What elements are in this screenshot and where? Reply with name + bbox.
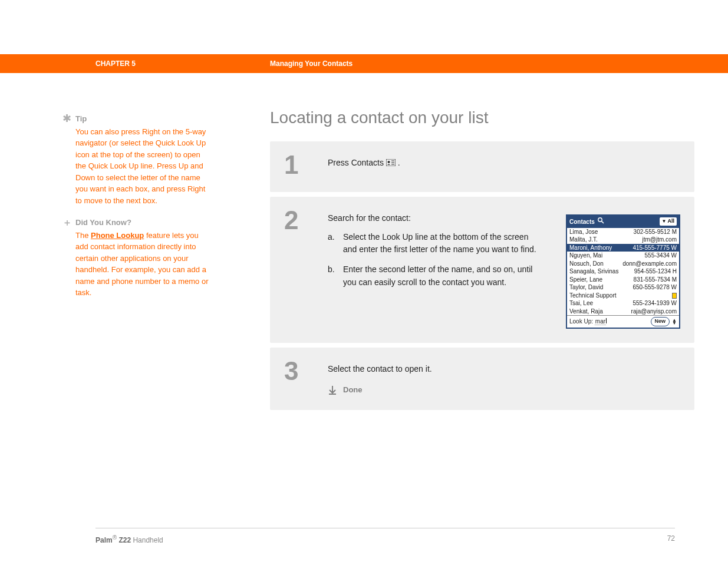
step-3: 3 Select the contact to open it. Done xyxy=(270,348,694,410)
contact-name: Speier, Lane xyxy=(569,276,602,284)
contact-name: Venkat, Raja xyxy=(569,308,603,316)
contacts-icon xyxy=(386,157,396,164)
dyk-pre: The xyxy=(75,231,91,240)
category-dropdown[interactable]: ▼ All xyxy=(660,217,677,226)
contact-name: Tsai, Lee xyxy=(569,299,593,308)
done-arrow-icon xyxy=(328,385,337,395)
step2-a-text: Select the Look Up line at the bottom of… xyxy=(343,231,542,256)
palm-list[interactable]: Lima, Jose302-555-9512 MMalita, J.T.jtm@… xyxy=(567,228,679,316)
done-row: Done xyxy=(328,384,680,396)
contact-name: Nguyen, Mai xyxy=(569,252,602,260)
step2-lead: Search for the contact: xyxy=(328,212,548,225)
contact-name: Technical Support xyxy=(569,292,617,300)
registered-icon: ® xyxy=(113,534,117,541)
step-content: Press Contacts . xyxy=(328,152,680,178)
step1-text-post: . xyxy=(398,158,400,167)
dyk-post: feature lets you add contact information… xyxy=(75,231,208,297)
contact-value: 650-555-9278 W xyxy=(633,283,677,292)
step3-text: Select the contact to open it. xyxy=(328,363,680,376)
letter-b: b. xyxy=(328,263,337,289)
contact-name: Maroni, Anthony xyxy=(569,244,612,252)
svg-point-5 xyxy=(598,218,602,222)
contact-value: 831-555-7534 M xyxy=(634,276,677,284)
palm-bottom-bar: Look Up: mar New ▲ ▼ xyxy=(567,315,679,328)
done-label: Done xyxy=(343,384,363,396)
palm-title: Contacts xyxy=(569,217,595,227)
main-content: Locating a contact on your list 1 Press … xyxy=(270,108,694,415)
svg-point-1 xyxy=(387,161,390,163)
dyk-block: ＋ Did You Know? The Phone Lookup feature… xyxy=(75,217,212,299)
contact-row[interactable]: Tsai, Lee555-234-1939 W xyxy=(567,299,679,308)
dyk-body: The Phone Lookup feature lets you add co… xyxy=(75,230,212,299)
contact-value: 954-555-1234 H xyxy=(634,267,677,276)
quick-lookup-icon[interactable] xyxy=(597,217,605,227)
contact-value: jtm@jtm.com xyxy=(643,236,677,244)
contact-row[interactable]: Sanagala, Srivinas954-555-1234 H xyxy=(567,267,679,276)
contact-name: Taylor, David xyxy=(569,283,603,292)
step-number: 1 xyxy=(284,152,311,178)
chevron-down-icon: ▼ xyxy=(662,218,667,225)
letter-a: a. xyxy=(328,231,337,256)
tip-title: Tip xyxy=(75,113,212,125)
step1-text-pre: Press Contacts xyxy=(328,158,386,167)
dropdown-value: All xyxy=(667,217,674,226)
contact-row[interactable]: Speier, Lane831-555-7534 M xyxy=(567,276,679,284)
contact-value: 415-555-7775 W xyxy=(633,244,677,252)
asterisk-icon: ✱ xyxy=(62,113,71,124)
contact-value: 302-555-9512 M xyxy=(634,228,677,236)
phone-lookup-link[interactable]: Phone Lookup xyxy=(91,231,144,240)
product-type: Handheld xyxy=(131,536,163,544)
contact-name: Sanagala, Srivinas xyxy=(569,267,618,276)
product-model: Z22 xyxy=(117,536,131,544)
contact-row[interactable]: Maroni, Anthony415-555-7775 W xyxy=(567,244,679,252)
page-number: 72 xyxy=(667,534,675,544)
contact-row[interactable]: Technical Support xyxy=(567,292,679,300)
chapter-label: CHAPTER 5 xyxy=(95,59,136,68)
step-1: 1 Press Contacts . xyxy=(270,141,694,192)
contact-row[interactable]: Taylor, David650-555-9278 W xyxy=(567,283,679,292)
contact-value: 555-234-1939 W xyxy=(633,299,677,308)
header-bar: CHAPTER 5 Managing Your Contacts xyxy=(0,54,728,73)
contact-name: Malita, J.T. xyxy=(569,236,598,244)
note-flag-icon xyxy=(672,293,677,299)
palm-screenshot: Contacts ▼ All Lima, Jose302-555-9512 MM… xyxy=(560,212,680,329)
step2-sublist: a. Select the Look Up line at the bottom… xyxy=(328,231,548,289)
contact-row[interactable]: Nosuch, Dondonn@example.com xyxy=(567,260,679,268)
contact-value: 555-3434 W xyxy=(645,252,677,260)
product-brand: Palm xyxy=(95,536,113,544)
contact-row[interactable]: Venkat, Rajaraja@anyisp.com xyxy=(567,308,679,316)
tip-block: ✱ Tip You can also press Right on the 5-… xyxy=(75,113,212,206)
contact-row[interactable]: Malita, J.T.jtm@jtm.com xyxy=(567,236,679,244)
step-2: 2 Search for the contact: a. Select the … xyxy=(270,197,694,343)
chevron-down-icon: ▼ xyxy=(672,322,677,325)
dyk-title: Did You Know? xyxy=(75,217,212,229)
contact-value: donn@example.com xyxy=(622,260,677,268)
lookup-label: Look Up: xyxy=(569,318,593,325)
contact-value xyxy=(672,292,677,300)
page-topic: Managing Your Contacts xyxy=(270,59,353,68)
plus-icon: ＋ xyxy=(62,217,71,229)
step2-b: b. Enter the second letter of the name, … xyxy=(328,263,548,289)
new-button[interactable]: New xyxy=(651,317,670,326)
step-number: 3 xyxy=(284,358,311,396)
step2-a: a. Select the Look Up line at the bottom… xyxy=(328,231,548,256)
sidebar: ✱ Tip You can also press Right on the 5-… xyxy=(75,113,212,299)
palm-titlebar: Contacts ▼ All xyxy=(567,216,679,228)
contact-name: Nosuch, Don xyxy=(569,260,604,268)
svg-line-6 xyxy=(601,222,604,224)
tip-body: You can also press Right on the 5-way na… xyxy=(75,126,212,207)
contact-name: Lima, Jose xyxy=(569,228,598,236)
lookup-input[interactable]: mar xyxy=(595,318,606,325)
step2-b-text: Enter the second letter of the name, and… xyxy=(343,263,542,289)
contact-value: raja@anyisp.com xyxy=(631,308,677,316)
footer: Palm® Z22 Handheld 72 xyxy=(95,528,675,544)
contact-row[interactable]: Nguyen, Mai555-3434 W xyxy=(567,252,679,260)
product-name: Palm® Z22 Handheld xyxy=(95,534,163,544)
page-title: Locating a contact on your list xyxy=(270,108,694,127)
contact-row[interactable]: Lima, Jose302-555-9512 M xyxy=(567,228,679,236)
step-number: 2 xyxy=(284,207,311,329)
scroll-arrows[interactable]: ▲ ▼ xyxy=(672,319,677,325)
